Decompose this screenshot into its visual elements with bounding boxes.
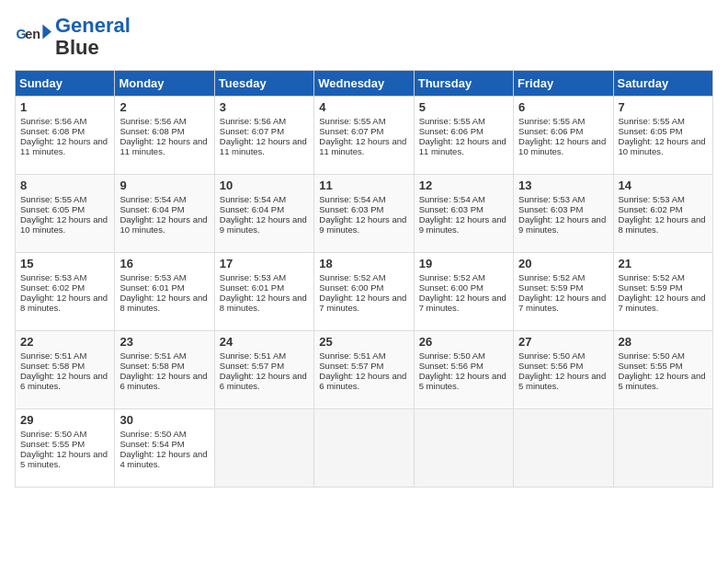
sunset-text: Sunset: 5:56 PM [518,361,583,371]
daylight-text: Daylight: 12 hours and 5 minutes. [20,449,108,469]
day-number: 24 [220,335,309,349]
sunset-text: Sunset: 6:04 PM [220,204,284,214]
calendar-cell: 11Sunrise: 5:54 AMSunset: 6:03 PMDayligh… [314,175,414,253]
sunset-text: Sunset: 5:58 PM [119,361,184,371]
day-number: 22 [20,335,109,349]
daylight-text: Daylight: 12 hours and 6 minutes. [20,371,108,391]
day-number: 1 [20,100,109,114]
logo-icon: G e n [15,18,51,55]
day-number: 28 [619,335,708,349]
daylight-text: Daylight: 12 hours and 8 minutes. [220,293,307,313]
calendar-week-row: 15Sunrise: 5:53 AMSunset: 6:02 PMDayligh… [16,253,713,331]
day-number: 12 [419,178,508,192]
calendar-cell: 10Sunrise: 5:54 AMSunset: 6:04 PMDayligh… [214,175,313,253]
day-number: 29 [20,413,109,427]
sunset-text: Sunset: 6:02 PM [619,204,683,214]
sunrise-text: Sunrise: 5:50 AM [619,350,685,361]
calendar-cell [314,409,414,488]
calendar-cell: 9Sunrise: 5:54 AMSunset: 6:04 PMDaylight… [115,175,214,253]
sunset-text: Sunset: 6:05 PM [619,126,683,136]
calendar-cell: 2Sunrise: 5:56 AMSunset: 6:08 PMDaylight… [115,97,214,175]
daylight-text: Daylight: 12 hours and 9 minutes. [319,214,406,235]
sunrise-text: Sunrise: 5:56 AM [20,116,86,126]
sunset-text: Sunset: 5:54 PM [119,439,184,449]
day-number: 9 [119,178,209,192]
daylight-text: Daylight: 12 hours and 6 minutes. [119,371,207,391]
sunrise-text: Sunrise: 5:52 AM [518,272,585,282]
sunset-text: Sunset: 6:07 PM [220,126,284,136]
calendar-cell: 26Sunrise: 5:50 AMSunset: 5:56 PMDayligh… [414,331,513,409]
sunrise-text: Sunrise: 5:55 AM [619,116,685,126]
sunset-text: Sunset: 6:03 PM [419,204,483,214]
calendar-cell [613,409,712,488]
calendar-cell: 16Sunrise: 5:53 AMSunset: 6:01 PMDayligh… [115,253,214,331]
daylight-text: Daylight: 12 hours and 7 minutes. [619,293,706,313]
sunrise-text: Sunrise: 5:55 AM [20,194,86,204]
day-number: 16 [119,257,209,270]
day-number: 13 [518,178,608,192]
sunset-text: Sunset: 5:58 PM [20,361,85,371]
daylight-text: Daylight: 12 hours and 10 minutes. [119,214,207,235]
daylight-text: Daylight: 12 hours and 5 minutes. [518,371,606,391]
sunrise-text: Sunrise: 5:54 AM [119,194,186,204]
sunrise-text: Sunrise: 5:53 AM [119,272,186,282]
sunset-text: Sunset: 6:06 PM [419,126,483,136]
calendar-cell: 7Sunrise: 5:55 AMSunset: 6:05 PMDaylight… [613,97,712,175]
calendar-cell: 24Sunrise: 5:51 AMSunset: 5:57 PMDayligh… [214,331,313,409]
svg-text:e: e [25,28,32,42]
daylight-text: Daylight: 12 hours and 7 minutes. [319,293,406,313]
daylight-text: Daylight: 12 hours and 9 minutes. [419,214,506,235]
sunset-text: Sunset: 6:01 PM [220,282,284,293]
sunrise-text: Sunrise: 5:52 AM [419,272,485,282]
calendar-cell: 15Sunrise: 5:53 AMSunset: 6:02 PMDayligh… [16,253,115,331]
daylight-text: Daylight: 12 hours and 11 minutes. [20,136,108,156]
sunrise-text: Sunrise: 5:54 AM [220,194,286,204]
sunrise-text: Sunrise: 5:55 AM [319,116,385,126]
calendar-cell: 5Sunrise: 5:55 AMSunset: 6:06 PMDaylight… [414,97,513,175]
calendar-cell: 25Sunrise: 5:51 AMSunset: 5:57 PMDayligh… [314,331,414,409]
calendar-cell: 8Sunrise: 5:55 AMSunset: 6:05 PMDaylight… [16,175,115,253]
daylight-text: Daylight: 12 hours and 9 minutes. [518,214,606,235]
sunset-text: Sunset: 6:05 PM [20,204,85,214]
daylight-text: Daylight: 12 hours and 5 minutes. [419,371,506,391]
sunset-text: Sunset: 5:59 PM [619,282,683,293]
sunrise-text: Sunrise: 5:55 AM [419,116,485,126]
daylight-text: Daylight: 12 hours and 11 minutes. [220,136,307,156]
column-header-wednesday: Wednesday [314,71,414,97]
sunrise-text: Sunrise: 5:51 AM [319,350,385,361]
daylight-text: Daylight: 12 hours and 10 minutes. [619,136,706,156]
day-number: 25 [319,335,408,349]
sunrise-text: Sunrise: 5:51 AM [20,350,86,361]
calendar-cell: 20Sunrise: 5:52 AMSunset: 5:59 PMDayligh… [514,253,613,331]
calendar-week-row: 1Sunrise: 5:56 AMSunset: 6:08 PMDaylight… [16,97,713,175]
day-number: 10 [220,178,309,192]
sunrise-text: Sunrise: 5:55 AM [518,116,585,126]
sunrise-text: Sunrise: 5:54 AM [319,194,385,204]
daylight-text: Daylight: 12 hours and 11 minutes. [419,136,506,156]
logo-text: GeneralBlue [55,15,131,59]
sunrise-text: Sunrise: 5:50 AM [419,350,485,361]
svg-text:n: n [32,28,40,42]
sunrise-text: Sunrise: 5:53 AM [220,272,286,282]
daylight-text: Daylight: 12 hours and 7 minutes. [419,293,506,313]
sunrise-text: Sunrise: 5:52 AM [619,272,685,282]
sunset-text: Sunset: 5:57 PM [319,361,383,371]
calendar-cell: 12Sunrise: 5:54 AMSunset: 6:03 PMDayligh… [414,175,513,253]
calendar-cell: 22Sunrise: 5:51 AMSunset: 5:58 PMDayligh… [16,331,115,409]
day-number: 4 [319,100,408,114]
sunrise-text: Sunrise: 5:56 AM [220,116,286,126]
daylight-text: Daylight: 12 hours and 8 minutes. [119,293,207,313]
sunset-text: Sunset: 6:03 PM [518,204,583,214]
sunrise-text: Sunrise: 5:53 AM [20,272,86,282]
daylight-text: Daylight: 12 hours and 8 minutes. [20,293,108,313]
day-number: 8 [20,178,109,192]
day-number: 17 [220,257,309,270]
daylight-text: Daylight: 12 hours and 6 minutes. [220,371,307,391]
calendar-cell: 28Sunrise: 5:50 AMSunset: 5:55 PMDayligh… [613,331,712,409]
sunset-text: Sunset: 6:08 PM [20,126,85,136]
day-number: 15 [20,257,109,270]
day-number: 20 [518,257,608,270]
calendar-cell: 3Sunrise: 5:56 AMSunset: 6:07 PMDaylight… [214,97,313,175]
calendar-cell: 21Sunrise: 5:52 AMSunset: 5:59 PMDayligh… [613,253,712,331]
day-number: 21 [619,257,708,270]
